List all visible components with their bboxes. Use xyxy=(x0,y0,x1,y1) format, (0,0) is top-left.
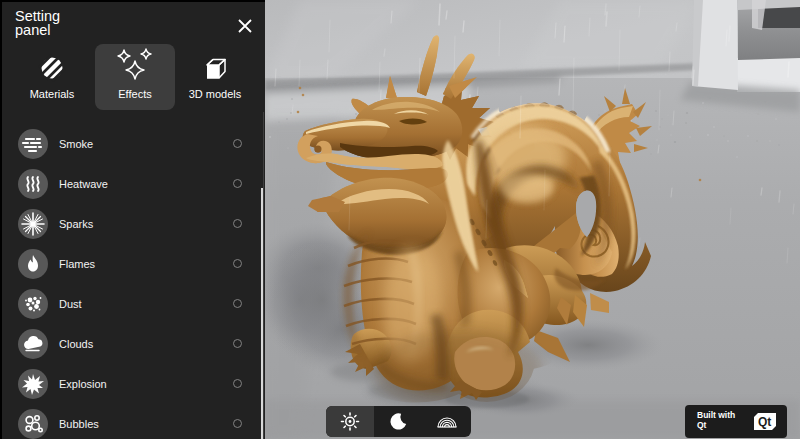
svg-text:Qt: Qt xyxy=(758,415,771,429)
